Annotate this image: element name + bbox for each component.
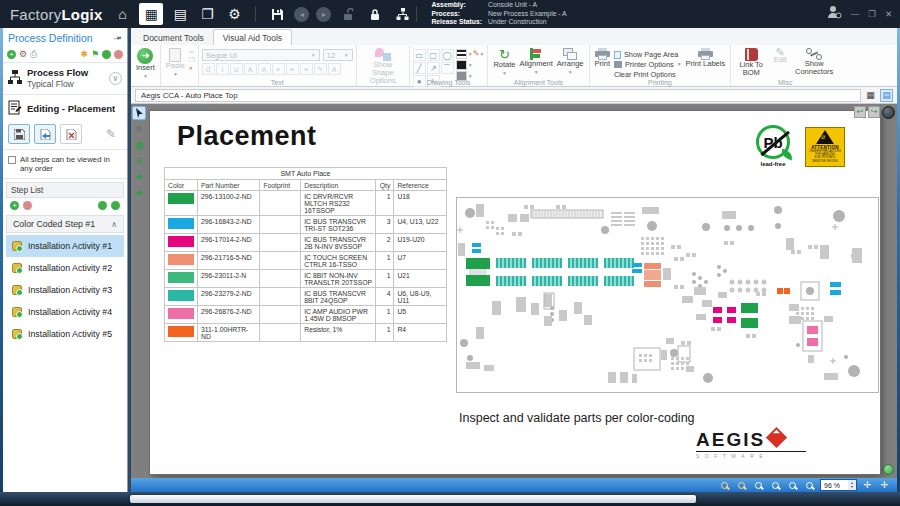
anchor-tool-button-2[interactable]: ✚ bbox=[132, 186, 146, 200]
move-step-up-icon[interactable] bbox=[98, 201, 107, 210]
back-icon[interactable]: ◂ bbox=[294, 7, 309, 22]
print-icon[interactable]: ⎙︎ bbox=[30, 50, 37, 59]
show-connectors-button[interactable]: Show Connectors bbox=[792, 47, 836, 77]
pin-icon[interactable]: 📌︎ bbox=[111, 31, 124, 44]
format-button-1[interactable]: I bbox=[216, 63, 229, 75]
format-painter-icon[interactable]: ● bbox=[189, 65, 195, 71]
table-tool-button[interactable]: ▦ bbox=[132, 138, 146, 152]
list-tool-button[interactable]: ≣ bbox=[132, 154, 146, 168]
shape-button-0[interactable]: ▭ bbox=[413, 49, 426, 61]
windows-icon[interactable]: ❐ bbox=[197, 4, 217, 24]
shape-button-4[interactable]: ↗ bbox=[427, 62, 440, 74]
page-nav-orb[interactable] bbox=[882, 106, 895, 119]
zoom-level-input[interactable]: 96 % ▲▼ bbox=[820, 479, 857, 491]
process-tree-icon[interactable] bbox=[392, 4, 412, 24]
tab-document-tools[interactable]: Document Tools bbox=[134, 30, 213, 45]
format-button-4[interactable]: A bbox=[258, 63, 271, 75]
add-step-icon[interactable]: + bbox=[10, 201, 19, 210]
tab-visual-aid-tools[interactable]: Visual Aid Tools bbox=[213, 29, 292, 45]
rotate-button[interactable]: ↻ Rotate▼ bbox=[491, 47, 517, 78]
zoom-selection-icon[interactable] bbox=[752, 479, 765, 491]
undo-page-icon[interactable]: ↩ bbox=[854, 106, 866, 118]
printer-options-button[interactable]: Printer Options▼ bbox=[614, 60, 682, 69]
shape-button-5[interactable]: ⌒ bbox=[441, 62, 454, 74]
zoom-in-icon[interactable] bbox=[803, 479, 816, 491]
redo-page-icon[interactable]: ↪ bbox=[868, 106, 880, 118]
arrange-button[interactable]: Arrange▼ bbox=[555, 47, 586, 77]
step-list-item[interactable]: Installation Activity #1 bbox=[6, 235, 124, 257]
pan-icon[interactable]: ✛ bbox=[861, 479, 874, 491]
documents-icon[interactable]: ▤ bbox=[170, 4, 190, 24]
minimize-button[interactable]: — bbox=[851, 9, 860, 19]
zoom-out-icon[interactable] bbox=[786, 479, 799, 491]
clear-print-options-button[interactable]: Clear Print Options bbox=[614, 70, 682, 79]
format-button-5[interactable]: ≡ bbox=[272, 63, 285, 75]
any-order-checkbox[interactable] bbox=[8, 156, 16, 164]
chevron-down-icon[interactable]: ∨ bbox=[109, 72, 122, 85]
font-family-select[interactable]: Segoe UI▼ bbox=[202, 49, 320, 61]
unlock-icon[interactable] bbox=[338, 4, 358, 24]
doc-grid-icon[interactable]: ▦ bbox=[864, 89, 877, 102]
zoom-lock-icon[interactable] bbox=[718, 479, 731, 491]
shape-button-3[interactable]: ╱ bbox=[413, 62, 426, 74]
font-size-select[interactable]: 12▼ bbox=[323, 49, 353, 61]
horizontal-scrollbar[interactable] bbox=[130, 495, 696, 503]
zoom-spinner[interactable]: ▲▼ bbox=[848, 480, 856, 490]
alignment-button[interactable]: Alignment▼ bbox=[518, 47, 555, 77]
fit-width-icon[interactable]: ✛ bbox=[878, 479, 891, 491]
pencil-icon[interactable]: ✎▼ bbox=[473, 47, 485, 58]
move-step-down-icon[interactable] bbox=[111, 201, 120, 210]
zoom-window-icon[interactable] bbox=[735, 479, 748, 491]
delete-document-button[interactable] bbox=[60, 124, 82, 144]
shape-button-1[interactable]: ▢ bbox=[427, 49, 440, 61]
print-button[interactable]: Print bbox=[593, 47, 612, 69]
step-group-header[interactable]: Color Coded Step #1 ∧ bbox=[6, 215, 124, 233]
reject-icon[interactable] bbox=[114, 50, 123, 59]
lock-icon[interactable] bbox=[365, 4, 385, 24]
doc-edit-icon[interactable]: ▤ bbox=[880, 89, 893, 102]
format-button-9[interactable]: A bbox=[328, 63, 341, 75]
copy-icon[interactable]: ❐ bbox=[189, 57, 195, 63]
zoom-fit-icon[interactable] bbox=[769, 479, 782, 491]
forward-icon[interactable]: ▸ bbox=[316, 7, 331, 22]
format-button-3[interactable]: A bbox=[244, 63, 257, 75]
document-tab[interactable]: Aegis CCA - Auto Place Top bbox=[135, 89, 861, 102]
show-shape-options-button[interactable]: Show Shape Options bbox=[360, 47, 406, 86]
add-icon[interactable]: + bbox=[7, 50, 16, 59]
format-button-7[interactable]: ≡ bbox=[300, 63, 313, 75]
format-button-8[interactable]: ✎ bbox=[314, 63, 327, 75]
flag-icon[interactable]: ⚑ bbox=[91, 50, 99, 59]
edit-step-icon[interactable]: ✎ bbox=[100, 124, 122, 144]
step-list-item[interactable]: Installation Activity #4 bbox=[6, 301, 124, 323]
format-button-6[interactable]: ≡ bbox=[286, 63, 299, 75]
anchor-tool-button[interactable]: ✚ bbox=[132, 170, 146, 184]
shape-button-2[interactable]: ◯ bbox=[441, 49, 454, 61]
show-page-area-button[interactable]: Show Page Area bbox=[614, 50, 682, 59]
format-button-0[interactable]: G bbox=[202, 63, 215, 75]
line-style-swatch[interactable] bbox=[456, 49, 467, 59]
fit-page-button[interactable] bbox=[883, 464, 894, 475]
approve-icon[interactable] bbox=[102, 50, 111, 59]
restore-button[interactable]: ❐ bbox=[868, 9, 876, 19]
collapse-icon[interactable]: ∧ bbox=[111, 220, 117, 229]
step-list-item[interactable]: Installation Activity #5 bbox=[6, 323, 124, 345]
import-document-button[interactable] bbox=[34, 124, 56, 144]
format-button-2[interactable]: U bbox=[230, 63, 243, 75]
close-button[interactable]: ✕ bbox=[885, 9, 892, 19]
link-to-bom-button[interactable]: Link To BOM bbox=[734, 47, 768, 78]
select-tool-button[interactable] bbox=[132, 106, 146, 120]
user-icon[interactable] bbox=[826, 5, 842, 23]
step-list-item[interactable]: Installation Activity #3 bbox=[6, 279, 124, 301]
npi-module-icon[interactable]: ▦ bbox=[139, 3, 163, 25]
paste-button[interactable]: Paste▼ bbox=[164, 47, 187, 79]
insert-button[interactable]: ➜ Insert▼ bbox=[134, 47, 157, 81]
cut-icon[interactable]: ✂ bbox=[189, 49, 195, 55]
home-icon[interactable]: ⌂ bbox=[112, 4, 132, 24]
gear-icon[interactable]: ⚙ bbox=[19, 50, 27, 59]
print-labels-button[interactable]: Print Labels bbox=[684, 47, 728, 69]
star-icon[interactable]: ✱ bbox=[80, 50, 88, 59]
save-icon[interactable] bbox=[267, 4, 287, 24]
step-list-item[interactable]: Installation Activity #2 bbox=[6, 257, 124, 279]
remove-step-icon[interactable] bbox=[23, 201, 32, 210]
settings-gear-icon[interactable]: ⚙ bbox=[224, 4, 244, 24]
